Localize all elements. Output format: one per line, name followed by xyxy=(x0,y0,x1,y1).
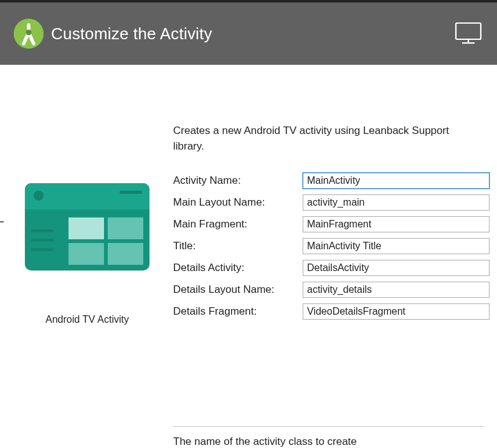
details-fragment-input[interactable] xyxy=(303,303,490,320)
field-row-details-activity: Details Activity: xyxy=(173,257,490,279)
tv-form-factor-icon xyxy=(455,22,482,46)
help-text: The name of the activity class to create xyxy=(173,436,485,448)
wizard-window: Customize the Activity Creates a new And… xyxy=(0,0,497,448)
tv-activity-preview-icon xyxy=(25,183,149,270)
main-fragment-input[interactable] xyxy=(303,216,490,232)
wizard-banner: Customize the Activity xyxy=(0,2,497,65)
field-label-main-fragment: Main Fragment: xyxy=(173,218,303,231)
field-label-details-activity: Details Activity: xyxy=(173,262,303,274)
field-row-main-layout-name: Main Layout Name: xyxy=(173,191,490,213)
field-label-main-layout-name: Main Layout Name: xyxy=(173,196,303,209)
title-input[interactable] xyxy=(303,238,490,254)
android-studio-logo xyxy=(14,19,44,49)
svg-rect-2 xyxy=(456,23,481,39)
separator xyxy=(173,426,485,427)
configuration-form: Activity Name:Main Layout Name:Main Frag… xyxy=(173,169,490,322)
template-description: Creates a new Android TV activity using … xyxy=(173,123,478,154)
template-preview-label: Android TV Activity xyxy=(45,314,129,325)
details-activity-input[interactable] xyxy=(303,260,490,276)
field-row-title: Title: xyxy=(173,235,490,257)
details-layout-name-input[interactable] xyxy=(303,282,490,298)
field-label-activity-name: Activity Name: xyxy=(173,174,303,187)
field-label-title: Title: xyxy=(173,240,303,252)
side-handle xyxy=(0,221,4,222)
field-label-details-layout-name: Details Layout Name: xyxy=(173,284,303,296)
svg-point-1 xyxy=(26,30,32,36)
wizard-body: Creates a new Android TV activity using … xyxy=(0,65,497,448)
wizard-title: Customize the Activity xyxy=(51,24,212,44)
field-row-details-layout-name: Details Layout Name: xyxy=(173,279,490,300)
main-layout-name-input[interactable] xyxy=(303,194,490,211)
field-row-main-fragment: Main Fragment: xyxy=(173,213,490,235)
help-area: The name of the activity class to create xyxy=(173,426,485,448)
template-preview: Android TV Activity xyxy=(6,183,168,325)
field-row-details-fragment: Details Fragment: xyxy=(173,300,490,322)
activity-name-input[interactable] xyxy=(303,173,490,189)
field-label-details-fragment: Details Fragment: xyxy=(173,305,303,318)
android-studio-icon xyxy=(14,19,44,49)
field-row-activity-name: Activity Name: xyxy=(173,169,490,191)
